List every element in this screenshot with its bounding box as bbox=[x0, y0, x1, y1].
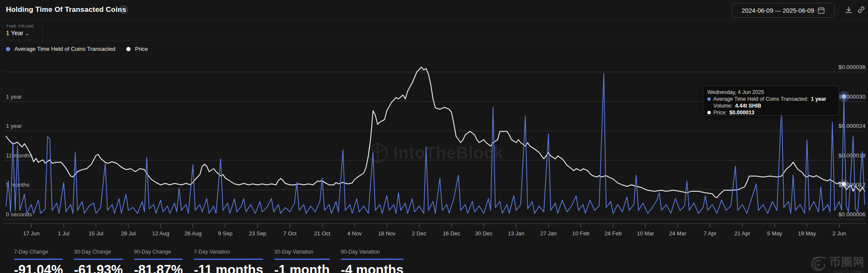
x-axis-tick-label: 5 May bbox=[767, 230, 782, 237]
stat-value: -91.04% bbox=[14, 262, 63, 273]
left-axis-label: 1 year bbox=[6, 94, 22, 100]
blue-series-dot-icon bbox=[707, 97, 711, 101]
stat-90-day-variation: 90-Day Variation-4 months bbox=[341, 249, 403, 273]
x-axis-tick-label: 12 Aug bbox=[152, 230, 170, 237]
x-axis-tick-label: 4 Nov bbox=[348, 230, 362, 237]
tooltip-price-value: $0.000013 bbox=[729, 109, 754, 116]
x-axis-tick-label: 30 Dec bbox=[475, 230, 493, 237]
tooltip-price-label: Price: bbox=[713, 109, 727, 116]
x-axis-tick-label: 16 Dec bbox=[443, 230, 461, 237]
stat-underline bbox=[14, 259, 63, 260]
stat-value: -11 months bbox=[194, 262, 263, 273]
x-axis-tick-label: 24 Mar bbox=[669, 230, 687, 237]
right-axis-label: $0.000036 bbox=[838, 64, 865, 70]
chart-canvas[interactable]: $0.000006$0.000012$0.000018$0.000024$0.0… bbox=[0, 0, 868, 245]
stat-label: 7-Day Variation bbox=[194, 249, 263, 255]
right-axis-label: $0.000024 bbox=[838, 123, 865, 129]
x-axis-tick-label: 10 Feb bbox=[572, 230, 589, 237]
right-axis-label: $0.000006 bbox=[838, 211, 865, 218]
stat-value: -1 month bbox=[274, 262, 330, 273]
left-axis-label: 11 months bbox=[6, 152, 32, 159]
x-axis-tick-label: 26 Aug bbox=[184, 230, 202, 237]
x-axis-tick-label: 21 Oct bbox=[314, 230, 331, 237]
x-axis-tick-label: 2 Dec bbox=[412, 230, 426, 237]
x-axis-tick-label: 9 Sep bbox=[218, 230, 233, 237]
tooltip-volume-value: 4.44t SHIB bbox=[735, 102, 761, 109]
x-axis-tick-label: 7 Apr bbox=[704, 230, 717, 237]
stat-label: 30-Day Change bbox=[74, 249, 122, 255]
site-logo-subtext: —ALIBTC.COM— bbox=[829, 270, 865, 273]
stat-90-day-change: 90-Day Change-81.87% bbox=[134, 249, 183, 273]
stat-label: 7-Day Change bbox=[14, 249, 63, 255]
x-axis-tick-label: 13 Jan bbox=[508, 230, 524, 237]
site-logo-swirl-icon bbox=[810, 256, 827, 273]
x-axis-tick-label: 23 Sep bbox=[249, 230, 266, 237]
site-logo-text: 币圈网 bbox=[829, 255, 865, 270]
stat-7-day-variation: 7-Day Variation-11 months bbox=[194, 249, 263, 273]
x-axis-tick-label: 17 Jun bbox=[23, 230, 39, 237]
x-axis-tick-label: 27 Jan bbox=[540, 230, 556, 237]
x-axis-tick-label: 2 Jun bbox=[832, 230, 846, 237]
stat-value: -61.93% bbox=[74, 262, 122, 273]
stat-underline bbox=[274, 259, 330, 260]
stat-30-day-change: 30-Day Change-61.93% bbox=[74, 249, 122, 273]
left-axis-label: 0 seconds bbox=[6, 211, 32, 218]
tooltip-series1-label: Average Time Held of Coins Transacted: bbox=[713, 96, 808, 102]
stat-30-day-variation: 30-Day Variation-1 month bbox=[274, 249, 330, 273]
chart-tooltip: Wednesday, 4 Jun 2025 Average Time Held … bbox=[703, 85, 839, 116]
stat-value: -4 months bbox=[341, 262, 403, 273]
price-highlight-dot bbox=[842, 182, 846, 186]
stat-label: 90-Day Change bbox=[134, 249, 183, 255]
stat-underline bbox=[194, 259, 263, 260]
holding-time-panel: Holding Time Of Transacted Coins ? 2024-… bbox=[0, 0, 868, 273]
stat-label: 30-Day Variation bbox=[274, 249, 330, 255]
stat-underline bbox=[134, 259, 183, 260]
stat-7-day-change: 7-Day Change-91.04% bbox=[14, 249, 63, 273]
stats-row: 7-Day Change-91.04%30-Day Change-61.93%9… bbox=[14, 249, 403, 273]
x-axis-tick-label: 24 Feb bbox=[604, 230, 621, 237]
x-axis-tick-label: 1 Jul bbox=[58, 230, 70, 237]
x-axis-tick-label: 19 May bbox=[798, 230, 816, 237]
avg-highlight-dot bbox=[842, 94, 846, 99]
left-axis-label: 1 year bbox=[6, 123, 22, 129]
x-axis-tick-label: 10 Mar bbox=[637, 230, 654, 237]
tooltip-volume-label: Volume: bbox=[713, 102, 732, 109]
tooltip-series1-value: 1 year bbox=[811, 96, 826, 102]
x-axis-tick-label: 29 Jul bbox=[121, 230, 136, 237]
x-axis-tick-label: 7 Oct bbox=[283, 230, 296, 237]
stat-underline bbox=[341, 259, 403, 260]
stat-label: 90-Day Variation bbox=[341, 249, 403, 255]
left-axis-label: 5 months bbox=[6, 182, 30, 188]
x-axis-tick-label: 18 Nov bbox=[378, 230, 396, 237]
x-axis-tick-label: 15 Jul bbox=[89, 230, 103, 237]
x-axis-tick-label: 21 Apr bbox=[734, 230, 751, 237]
stat-value: -81.87% bbox=[134, 262, 183, 273]
white-series-dot-icon bbox=[707, 111, 711, 114]
tooltip-date: Wednesday, 4 Jun 2025 bbox=[707, 89, 835, 96]
site-logo: 币圈网 —ALIBTC.COM— bbox=[810, 255, 865, 273]
stat-underline bbox=[74, 259, 122, 260]
